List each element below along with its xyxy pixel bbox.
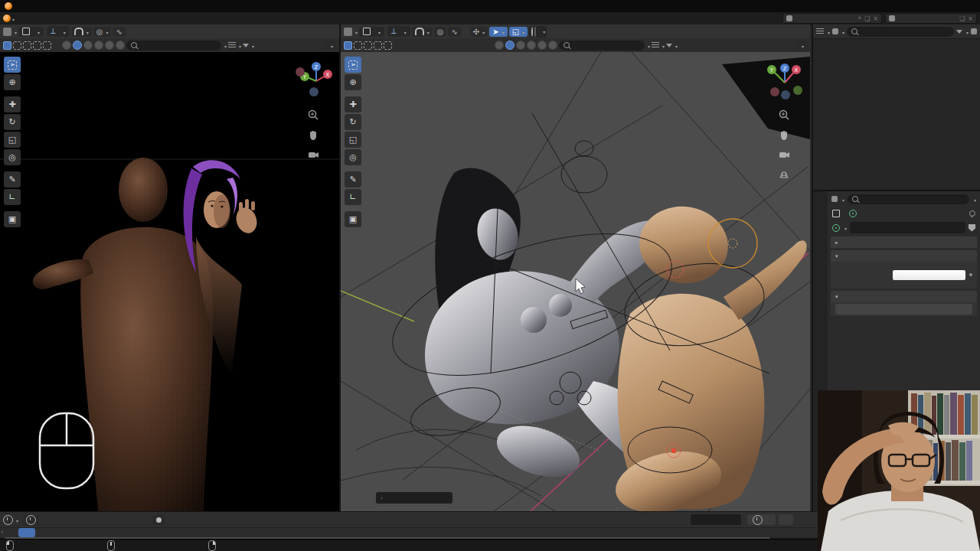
axis-gizmo[interactable]: Z X Y xyxy=(764,61,804,101)
add-cube-tool[interactable]: ▣ xyxy=(345,211,361,227)
viewlayer-close-icon[interactable]: × xyxy=(968,15,973,22)
pan-hand-icon[interactable] xyxy=(307,129,319,141)
select-mode-set[interactable] xyxy=(3,41,11,50)
filter-funnel-icon[interactable] xyxy=(956,30,962,34)
toggle-icon-3[interactable] xyxy=(83,41,93,50)
color-swatch[interactable] xyxy=(893,270,965,280)
show-overlays-toggle[interactable]: ➤ xyxy=(489,27,507,37)
cursor-tool[interactable]: ⊕ xyxy=(345,74,361,90)
measure-tool[interactable]: ∟ xyxy=(345,189,361,205)
toggle-icon-1[interactable] xyxy=(62,41,71,50)
scene-selector[interactable]: ⌖ ❏ × xyxy=(782,13,882,24)
add-workspace-button[interactable] xyxy=(25,18,38,19)
xray-toggle[interactable]: ◱ xyxy=(509,27,528,37)
datablock-name-field[interactable] xyxy=(850,222,965,233)
select-mode-invert[interactable] xyxy=(374,41,382,50)
use-nodes-button[interactable] xyxy=(835,304,972,315)
properties-search-input[interactable] xyxy=(848,194,969,204)
auto-keying-record-button[interactable] xyxy=(152,514,165,525)
properties-editor-icon[interactable] xyxy=(831,196,838,202)
toggle-icon-5[interactable] xyxy=(537,41,547,50)
outliner-display-mode-icon[interactable] xyxy=(816,28,824,34)
wireframe-shading-icon[interactable] xyxy=(531,27,533,37)
frame-start-field[interactable] xyxy=(747,514,776,525)
search-options-caret[interactable] xyxy=(646,41,650,50)
filter-funnel-icon[interactable] xyxy=(666,44,672,47)
toggle-icon-1[interactable] xyxy=(495,41,504,50)
annotate-tool[interactable]: ✎ xyxy=(4,171,21,187)
outliner-search-input[interactable] xyxy=(847,27,954,37)
toggle-icon-2[interactable] xyxy=(505,41,514,50)
toggle-icon-5[interactable] xyxy=(105,41,114,50)
outliner-filter-icon[interactable] xyxy=(832,28,838,34)
new-collection-button[interactable] xyxy=(971,28,977,34)
move-gizmo-handle[interactable] xyxy=(671,448,676,453)
light-section-header[interactable]: ▾ xyxy=(831,250,977,262)
orientation-dropdown[interactable]: ⟂ xyxy=(387,26,410,37)
scene-close-icon[interactable]: × xyxy=(873,15,878,22)
editor-type-icon[interactable] xyxy=(3,28,11,36)
playhead[interactable] xyxy=(18,528,35,537)
search-input[interactable] xyxy=(559,41,645,51)
orientation-dropdown[interactable]: ⟂ xyxy=(47,26,70,37)
zoom-icon[interactable] xyxy=(778,109,790,121)
measure-tool[interactable]: ∟ xyxy=(4,189,21,205)
rotate-tool[interactable]: ↻ xyxy=(345,114,361,130)
select-box-tool[interactable] xyxy=(345,57,361,73)
area-divider[interactable] xyxy=(339,24,341,511)
mode-dropdown[interactable] xyxy=(18,27,44,37)
toggle-icon-4[interactable] xyxy=(94,41,103,50)
search-options-caret[interactable] xyxy=(223,41,227,50)
light-datablock-icon[interactable] xyxy=(832,224,840,232)
blender-menu-icon[interactable] xyxy=(3,15,11,22)
gizmo-dropdown[interactable]: ✣ xyxy=(470,27,488,37)
select-mode-subtract[interactable] xyxy=(23,41,31,50)
select-mode-set[interactable] xyxy=(344,41,352,50)
zoom-icon[interactable] xyxy=(307,109,319,121)
falloff-button[interactable]: ∿ xyxy=(113,27,125,37)
transform-tool[interactable]: ◎ xyxy=(4,149,21,165)
frame-end-field[interactable] xyxy=(779,514,793,525)
viewlayer-selector[interactable]: ❏ × xyxy=(885,13,977,24)
fake-user-shield-icon[interactable] xyxy=(969,224,975,232)
nodes-section-header[interactable]: ▾ xyxy=(831,291,977,302)
select-mode-extend[interactable] xyxy=(354,41,362,50)
snap-toggle[interactable] xyxy=(412,27,433,37)
tree-filter-icon[interactable] xyxy=(652,42,659,48)
pin-icon[interactable] xyxy=(969,210,975,217)
select-box-tool[interactable] xyxy=(4,57,21,73)
options-button[interactable] xyxy=(795,41,807,51)
annotate-tool[interactable]: ✎ xyxy=(345,171,361,187)
select-mode-intersect[interactable] xyxy=(384,41,392,50)
pan-hand-icon[interactable] xyxy=(778,129,790,141)
toggle-icon-6[interactable] xyxy=(116,41,125,50)
add-cube-tool[interactable]: ▣ xyxy=(4,211,21,227)
preview-section-header[interactable]: ▸ xyxy=(831,236,977,248)
scene-unpin-icon[interactable]: ⌖ xyxy=(858,15,862,22)
properties-options-caret[interactable] xyxy=(972,195,976,204)
timeline-editor-icon[interactable] xyxy=(3,515,13,525)
viewport-left-3d-view[interactable]: ⊕ ✚ ↻ ◱ ◎ ✎ ∟ ▣ Z X Y xyxy=(0,52,339,511)
snap-toggle[interactable] xyxy=(71,27,92,37)
camera-view-icon[interactable] xyxy=(778,148,790,161)
select-mode-subtract[interactable] xyxy=(364,41,372,50)
keyframe-dot[interactable] xyxy=(969,273,972,276)
viewlayer-copy-icon[interactable]: ❏ xyxy=(959,15,965,22)
rotate-tool[interactable]: ↻ xyxy=(4,114,21,130)
toggle-icon-6[interactable] xyxy=(548,41,557,50)
options-button[interactable] xyxy=(325,41,336,51)
current-frame-field[interactable] xyxy=(691,514,741,525)
proportional-edit-toggle[interactable]: ◎ xyxy=(434,27,447,37)
editor-type-icon[interactable] xyxy=(344,28,352,36)
scale-tool[interactable]: ◱ xyxy=(345,132,361,148)
last-operator-panel[interactable]: › xyxy=(376,492,452,504)
sync-clock-button[interactable] xyxy=(23,514,39,526)
viewport-center-3d-view[interactable]: ⊕ ✚ ↻ ◱ ◎ ✎ ∟ ▣ Z X Y xyxy=(341,52,810,511)
perspective-grid-icon[interactable] xyxy=(778,168,790,181)
cursor-tool[interactable]: ⊕ xyxy=(4,74,21,90)
search-input[interactable] xyxy=(126,41,221,51)
axis-gizmo[interactable]: Z X Y xyxy=(293,61,333,101)
select-mode-intersect[interactable] xyxy=(43,41,51,50)
transform-tool[interactable]: ◎ xyxy=(345,149,361,165)
toggle-icon-2[interactable] xyxy=(73,41,82,50)
